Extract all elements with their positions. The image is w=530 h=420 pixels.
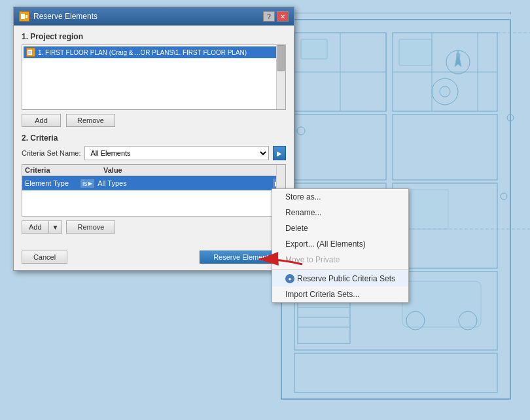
- title-buttons: ? ✕: [263, 11, 289, 22]
- svg-text:N: N: [456, 52, 461, 59]
- svg-point-17: [432, 79, 458, 105]
- dialog-titlebar: Reserve Elements ? ✕: [14, 7, 294, 26]
- menu-item-store-as[interactable]: Store as...: [272, 189, 408, 205]
- operator-text: is: [82, 180, 87, 187]
- criteria-set-row: Criteria Set Name: All Elements ▶: [22, 146, 286, 160]
- svg-rect-3: [294, 114, 386, 180]
- region-buttons: Add Remove: [22, 114, 286, 127]
- svg-point-18: [440, 86, 450, 97]
- project-item[interactable]: 1. FIRST FLOOR PLAN (Craig & ...OR PLANS…: [24, 46, 284, 58]
- criteria-buttons: Add ▼ Remove: [22, 220, 286, 234]
- svg-rect-30: [402, 281, 481, 327]
- criteria-table: Criteria Value Element Type is ▶ All Typ…: [22, 164, 286, 217]
- svg-rect-8: [294, 353, 497, 393]
- project-item-text: 1. FIRST FLOOR PLAN (Craig & ...OR PLANS…: [38, 49, 247, 56]
- criteria-table-header: Criteria Value: [22, 165, 285, 176]
- dialog-icon: [19, 11, 29, 22]
- section2-label: 2. Criteria: [22, 133, 286, 143]
- criteria-set-select[interactable]: All Elements: [84, 146, 269, 160]
- svg-rect-15: [301, 39, 327, 59]
- svg-rect-43: [21, 14, 25, 19]
- operator-arrow: ▶: [88, 181, 92, 186]
- help-button[interactable]: ?: [263, 11, 275, 22]
- criteria-set-label: Criteria Set Name:: [22, 149, 80, 157]
- project-region-scrollbar[interactable]: [276, 45, 285, 109]
- criteria-cell-value: All Types: [97, 179, 270, 187]
- criteria-cell-type: Element Type: [25, 179, 77, 187]
- menu-item-delete[interactable]: Delete: [272, 220, 408, 236]
- section1-label: 1. Project region: [22, 32, 286, 41]
- cancel-button[interactable]: Cancel: [22, 251, 67, 264]
- dialog-title: Reserve Elements: [33, 12, 97, 21]
- svg-rect-46: [27, 50, 32, 55]
- scrollbar-thumb: [277, 45, 285, 71]
- add-criteria-button[interactable]: Add: [22, 220, 49, 234]
- svg-point-33: [297, 127, 305, 135]
- remove-region-button[interactable]: Remove: [66, 114, 115, 127]
- add-criteria-group: Add ▼: [22, 220, 62, 234]
- svg-rect-4: [393, 114, 497, 180]
- criteria-set-arrow-button[interactable]: ▶: [273, 146, 286, 160]
- title-left: Reserve Elements: [19, 11, 97, 22]
- remove-criteria-button[interactable]: Remove: [66, 220, 115, 234]
- dialog-body: 1. Project region 1. FIRST FLOOR PLAN (C…: [14, 26, 294, 247]
- col-criteria-header: Criteria: [25, 166, 103, 174]
- add-region-button[interactable]: Add: [22, 114, 61, 127]
- reserve-elements-dialog: Reserve Elements ? ✕ 1. Project region 1: [13, 7, 294, 271]
- criteria-table-row[interactable]: Element Type is ▶ All Types ▶: [22, 176, 285, 190]
- svg-rect-44: [26, 15, 27, 18]
- menu-item-rename[interactable]: Rename...: [272, 205, 408, 220]
- project-region-box: 1. FIRST FLOOR PLAN (Craig & ...OR PLANS…: [22, 44, 286, 110]
- svg-rect-16: [399, 39, 432, 65]
- criteria-cell-operator[interactable]: is ▶: [80, 179, 95, 188]
- add-criteria-dropdown[interactable]: ▼: [49, 220, 63, 234]
- close-button[interactable]: ✕: [277, 11, 289, 22]
- col-value-header: Value: [103, 166, 283, 174]
- project-item-icon: [26, 48, 35, 57]
- menu-item-import[interactable]: Import Criteria Sets...: [272, 287, 408, 302]
- svg-point-34: [501, 193, 507, 200]
